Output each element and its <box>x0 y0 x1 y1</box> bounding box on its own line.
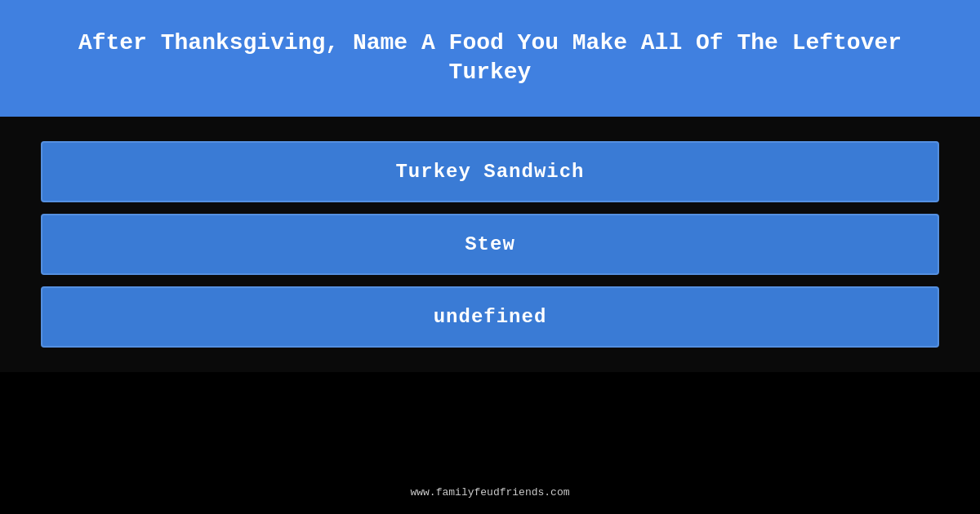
answer-text-2: Stew <box>465 233 515 255</box>
answers-container: Turkey Sandwich Stew undefined <box>0 117 980 372</box>
answer-text-3: undefined <box>434 306 547 328</box>
footer: www.familyfeudfriends.com <box>0 485 980 499</box>
answer-row-1[interactable]: Turkey Sandwich <box>41 141 939 202</box>
question-header: After Thanksgiving, Name A Food You Make… <box>0 0 980 117</box>
answer-row-2[interactable]: Stew <box>41 214 939 275</box>
footer-url: www.familyfeudfriends.com <box>410 486 569 498</box>
answer-text-1: Turkey Sandwich <box>395 161 584 183</box>
question-title: After Thanksgiving, Name A Food You Make… <box>33 29 947 88</box>
answer-row-3[interactable]: undefined <box>41 286 939 348</box>
